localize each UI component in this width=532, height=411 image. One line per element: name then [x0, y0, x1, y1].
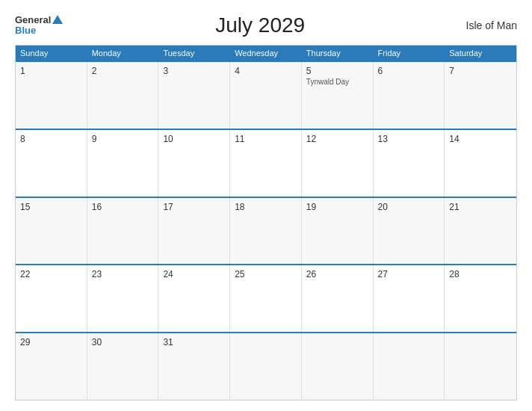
cell-15: 15 — [16, 198, 87, 265]
logo: General Blue — [15, 15, 63, 37]
day-9: 9 — [92, 134, 154, 144]
day-8: 8 — [20, 134, 82, 144]
col-thursday: Thursday — [302, 46, 374, 61]
cell-29: 29 — [16, 333, 87, 400]
day-31: 31 — [163, 337, 225, 347]
day-26: 26 — [306, 269, 368, 279]
col-saturday: Saturday — [445, 46, 516, 61]
day-1: 1 — [20, 66, 82, 76]
cell-7: 7 — [445, 62, 516, 129]
col-wednesday: Wednesday — [230, 46, 302, 61]
cell-18: 18 — [230, 198, 302, 265]
calendar-header-row: Sunday Monday Tuesday Wednesday Thursday… — [16, 46, 516, 61]
day-25: 25 — [235, 269, 297, 279]
page: General Blue July 2029 Isle of Man Sunda… — [0, 0, 532, 411]
day-11: 11 — [235, 134, 297, 144]
day-22: 22 — [20, 269, 82, 279]
day-2: 2 — [92, 66, 154, 76]
day-17: 17 — [163, 202, 225, 212]
day-28: 28 — [449, 269, 512, 279]
day-16: 16 — [92, 202, 154, 212]
cell-6: 6 — [374, 62, 445, 129]
cell-2: 2 — [87, 62, 159, 129]
cell-empty-3 — [374, 333, 445, 400]
cell-11: 11 — [230, 130, 302, 197]
cell-empty-2 — [302, 333, 374, 400]
day-20: 20 — [378, 202, 440, 212]
cell-3: 3 — [158, 62, 230, 129]
cell-4: 4 — [230, 62, 302, 129]
logo-block: General Blue — [15, 15, 63, 37]
logo-triangle-icon — [52, 15, 63, 24]
cell-8: 8 — [16, 130, 87, 197]
day-10: 10 — [163, 134, 225, 144]
day-6: 6 — [378, 66, 440, 76]
cell-27: 27 — [374, 265, 445, 332]
cell-21: 21 — [445, 198, 516, 265]
cell-31: 31 — [158, 333, 230, 400]
day-14: 14 — [449, 134, 512, 144]
day-23: 23 — [92, 269, 154, 279]
week-4: 22 23 24 25 26 27 28 — [16, 264, 516, 332]
logo-top-row: General — [15, 15, 63, 25]
week-1: 1 2 3 4 5Tynwald Day 6 7 — [16, 61, 516, 129]
week-2: 8 9 10 11 12 13 14 — [16, 129, 516, 197]
cell-5: 5Tynwald Day — [302, 62, 374, 129]
day-21: 21 — [449, 202, 512, 212]
cell-30: 30 — [87, 333, 159, 400]
col-sunday: Sunday — [16, 46, 87, 61]
cell-28: 28 — [445, 265, 516, 332]
calendar: Sunday Monday Tuesday Wednesday Thursday… — [15, 45, 517, 401]
day-15: 15 — [20, 202, 82, 212]
cell-23: 23 — [87, 265, 159, 332]
calendar-body: 1 2 3 4 5Tynwald Day 6 7 8 9 10 11 12 13… — [16, 61, 516, 400]
cell-1: 1 — [16, 62, 87, 129]
region-label: Isle of Man — [457, 19, 517, 31]
week-5: 29 30 31 — [16, 332, 516, 400]
day-24: 24 — [163, 269, 225, 279]
logo-general-text: General — [15, 15, 51, 25]
cell-24: 24 — [158, 265, 230, 332]
day-19: 19 — [306, 202, 368, 212]
day-29: 29 — [20, 337, 82, 347]
header: General Blue July 2029 Isle of Man — [15, 13, 517, 37]
cell-17: 17 — [158, 198, 230, 265]
week-3: 15 16 17 18 19 20 21 — [16, 197, 516, 265]
cell-19: 19 — [302, 198, 374, 265]
cell-25: 25 — [230, 265, 302, 332]
cell-12: 12 — [302, 130, 374, 197]
cell-20: 20 — [374, 198, 445, 265]
day-13: 13 — [378, 134, 440, 144]
col-tuesday: Tuesday — [158, 46, 230, 61]
day-3: 3 — [163, 66, 225, 76]
event-tynwald: Tynwald Day — [306, 78, 368, 86]
col-monday: Monday — [87, 46, 159, 61]
month-title: July 2029 — [63, 13, 457, 37]
cell-10: 10 — [158, 130, 230, 197]
day-30: 30 — [92, 337, 154, 347]
day-7: 7 — [449, 66, 512, 76]
cell-16: 16 — [87, 198, 159, 265]
cell-empty-1 — [230, 333, 302, 400]
day-18: 18 — [235, 202, 297, 212]
cell-26: 26 — [302, 265, 374, 332]
cell-22: 22 — [16, 265, 87, 332]
cell-13: 13 — [374, 130, 445, 197]
cell-empty-4 — [445, 333, 516, 400]
day-4: 4 — [235, 66, 297, 76]
logo-blue-text: Blue — [15, 25, 36, 36]
cell-9: 9 — [87, 130, 159, 197]
col-friday: Friday — [374, 46, 445, 61]
day-27: 27 — [378, 269, 440, 279]
day-5: 5 — [306, 66, 368, 76]
day-12: 12 — [306, 134, 368, 144]
cell-14: 14 — [445, 130, 516, 197]
